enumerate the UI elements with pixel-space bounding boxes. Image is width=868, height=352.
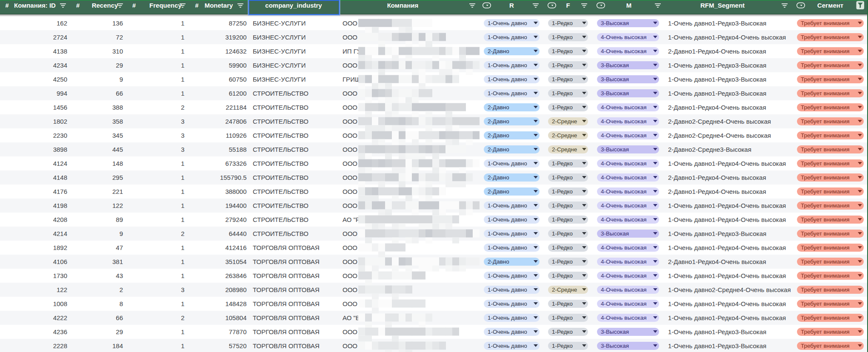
svg-text:#: # (132, 2, 136, 9)
svg-text:#: # (76, 2, 80, 9)
svg-text:#: # (195, 2, 198, 9)
svg-text:#: # (5, 2, 9, 9)
